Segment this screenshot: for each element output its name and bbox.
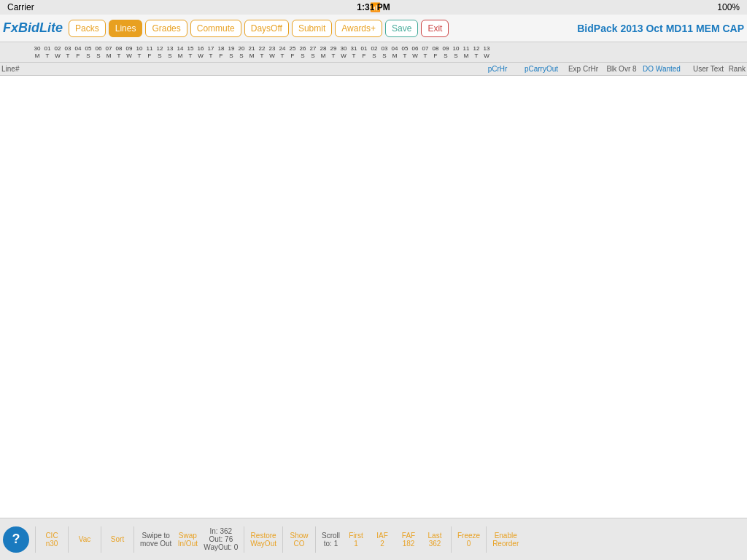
col-blkovr-header: Blk Ovr 8 (603, 65, 640, 73)
separator-7 (315, 526, 316, 553)
bottom-bar: ? CIC n30 Vac Sort Swipe to move Out Swa… (0, 518, 747, 560)
date-cell: 28M (318, 45, 328, 59)
date-cell: 19S (226, 45, 236, 59)
date-cell: 11F (144, 45, 155, 59)
separator-6 (282, 526, 283, 553)
date-cell: 31T (349, 45, 359, 59)
date-cell: 03S (379, 45, 390, 59)
date-cell: 20S (236, 45, 247, 59)
freeze-button[interactable]: Freeze 0 (457, 532, 480, 548)
date-cell: 04F (73, 45, 83, 59)
date-cell: 05T (400, 45, 410, 59)
date-cell: 01T (42, 45, 53, 59)
app-logo: FxBidLite (3, 20, 63, 36)
status-bar: Carrier 📶 1:31 PM 100% (0, 0, 747, 15)
date-cell: 07M (104, 45, 114, 59)
date-cell: 02S (369, 45, 379, 59)
date-cell: 12T (471, 45, 481, 59)
daysoff-button[interactable]: DaysOff (244, 20, 289, 37)
battery-indicator: 100% (717, 2, 740, 12)
date-row: 30M01T02W03T04F05S06S07M08T09W10T11F12S1… (32, 45, 556, 59)
scroll-info: Scroll to: 1 (322, 532, 340, 548)
date-cell: 18F (216, 45, 226, 59)
last-button[interactable]: Last 362 (425, 532, 445, 548)
date-cell: 30W (338, 45, 349, 59)
date-cell: 14M (175, 45, 185, 59)
first-button[interactable]: First 1 (346, 532, 366, 548)
date-cell: 09S (441, 45, 451, 59)
date-cell: 04M (390, 45, 400, 59)
time-display: 1:31 PM (357, 2, 390, 12)
date-cell: 23W (267, 45, 277, 59)
counts-info: In: 362 Out: 76 WayOut: 0 (204, 527, 238, 551)
col-dowanted-header: DO Wanted (640, 65, 684, 73)
date-cell: 12S (155, 45, 165, 59)
date-cell: 08F (430, 45, 441, 59)
date-cell: 15T (185, 45, 196, 59)
carrier-label: Carrier (7, 2, 34, 12)
main-content[interactable] (0, 76, 747, 518)
col-pcarry-header: pCarryOut (519, 65, 563, 73)
commute-button[interactable]: Commute (190, 20, 241, 37)
date-cell: 29T (328, 45, 338, 59)
date-cell: 05S (83, 45, 93, 59)
date-header: 30M01T02W03T04F05S06S07M08T09W10T11F12S1… (0, 42, 747, 63)
date-cell: 17T (206, 45, 216, 59)
vac-button[interactable]: Vac (74, 535, 95, 543)
col-headers: Line# pCrHr pCarryOut Exp CrHr Blk Ovr 8… (0, 63, 747, 76)
date-cell: 10S (451, 45, 461, 59)
date-cell: 10T (134, 45, 144, 59)
date-cell: 01F (359, 45, 369, 59)
date-cell: 07T (420, 45, 430, 59)
separator-2 (68, 526, 69, 553)
col-rank-header: Rank (724, 65, 746, 73)
col-pcrhr-header: pCrHr (476, 65, 519, 73)
restore-button[interactable]: Restore WayOut (250, 532, 276, 548)
date-cell: 16W (196, 45, 206, 59)
separator-9 (486, 526, 487, 553)
packs-button[interactable]: Packs (69, 20, 106, 37)
separator-8 (451, 526, 452, 553)
date-cell: 06S (93, 45, 104, 59)
date-cell: 08T (114, 45, 124, 59)
sort-button[interactable]: Sort (107, 535, 128, 543)
date-cell: 11M (461, 45, 471, 59)
col-line-header: Line# (1, 65, 31, 73)
date-cell: 02W (53, 45, 63, 59)
separator-4 (133, 526, 134, 553)
date-cell: 13W (481, 45, 492, 59)
separator-1 (35, 526, 36, 553)
bid-pack-title: BidPack 2013 Oct MD11 MEM CAP (577, 23, 744, 34)
exit-button[interactable]: Exit (421, 20, 449, 37)
iaf-button[interactable]: IAF 2 (372, 532, 392, 548)
cic-button[interactable]: CIC n30 (42, 532, 62, 548)
faf-button[interactable]: FAF 182 (398, 532, 419, 548)
submit-button[interactable]: Submit (292, 20, 332, 37)
separator-5 (244, 526, 244, 553)
lines-button[interactable]: Lines (109, 20, 143, 37)
help-button[interactable]: ? (3, 526, 29, 553)
save-button[interactable]: Save (385, 20, 418, 37)
date-cell: 22T (257, 45, 267, 59)
date-cell: 03T (63, 45, 73, 59)
grades-button[interactable]: Grades (145, 20, 187, 37)
date-cell: 26S (298, 45, 308, 59)
show-co-button[interactable]: Show CO (289, 532, 309, 548)
col-usertext-header: User Text (684, 65, 724, 73)
swipe-info: Swipe to move Out (140, 532, 171, 548)
swap-button[interactable]: Swap In/Out (177, 532, 198, 548)
date-cell: 06W (410, 45, 420, 59)
awards-button[interactable]: Awards+ (335, 20, 382, 37)
date-cell: 25F (287, 45, 298, 59)
top-nav: FxBidLite Packs Lines Grades Commute Day… (0, 15, 747, 42)
enable-reorder-button[interactable]: Enable Reorder (492, 532, 519, 548)
separator-3 (101, 526, 101, 553)
col-expcrhr-header: Exp CrHr (563, 65, 603, 73)
date-cell: 21M (247, 45, 257, 59)
date-cell: 27S (308, 45, 318, 59)
date-cell: 13S (165, 45, 175, 59)
date-cell: 24T (277, 45, 287, 59)
date-cell: 09W (124, 45, 134, 59)
date-cell: 30M (32, 45, 42, 59)
